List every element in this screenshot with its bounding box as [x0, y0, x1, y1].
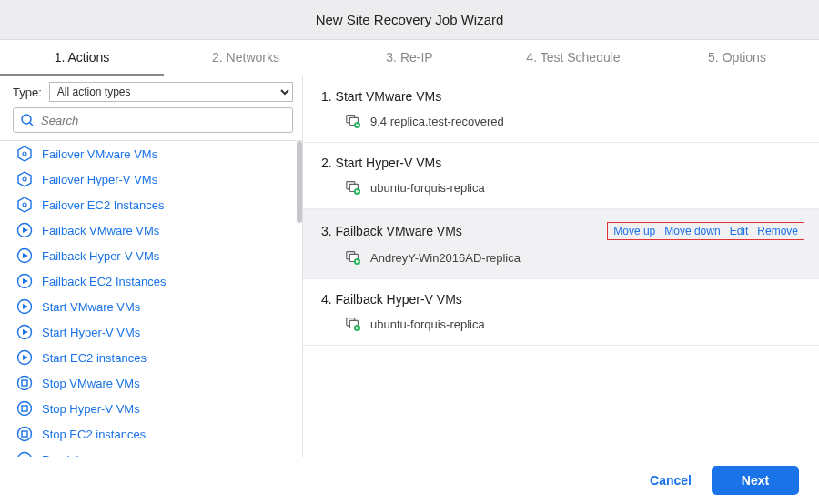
type-label: Type: — [13, 86, 42, 99]
type-select[interactable]: All action types — [49, 82, 293, 102]
tab-label: 4. Test Schedule — [526, 50, 620, 65]
action-item[interactable]: Run jobs — [0, 447, 302, 457]
action-item[interactable]: Start VMware VMs — [0, 294, 302, 319]
step-action-link[interactable]: Remove — [757, 225, 798, 237]
svg-marker-6 — [18, 197, 31, 212]
step-row[interactable]: 4. Failback Hyper-V VMsubuntu-forquis-re… — [303, 279, 819, 346]
svg-point-7 — [23, 203, 26, 207]
action-label: Stop EC2 instances — [42, 428, 146, 441]
action-label: Failover EC2 Instances — [42, 198, 164, 212]
action-label: Start Hyper-V VMs — [42, 326, 140, 339]
action-item[interactable]: Stop VMware VMs — [0, 370, 302, 396]
action-list: Failover VMware VMsFailover Hyper-V VMsF… — [0, 140, 302, 457]
action-item[interactable]: Failover EC2 Instances — [0, 192, 302, 217]
play-circle-icon — [16, 349, 33, 366]
step-head: 1. Start VMware VMs — [321, 89, 804, 104]
tab-test-schedule[interactable]: 4. Test Schedule — [491, 40, 655, 76]
step-title: 2. Start Hyper-V VMs — [321, 156, 441, 170]
vm-icon — [345, 113, 361, 129]
action-item[interactable]: Failback EC2 Instances — [0, 268, 302, 294]
action-item[interactable]: Stop Hyper-V VMs — [0, 396, 302, 421]
step-row[interactable]: 2. Start Hyper-V VMsubuntu-forquis-repli… — [303, 143, 819, 209]
svg-point-20 — [18, 377, 32, 390]
stop-circle-icon — [16, 375, 33, 391]
tab-networks[interactable]: 2. Networks — [164, 40, 328, 76]
step-action-link[interactable]: Move down — [664, 225, 720, 237]
step-body: 9.4 replica.test-recovered — [321, 104, 804, 129]
search-wrap — [0, 102, 302, 140]
stop-circle-icon — [16, 400, 33, 417]
tab-options[interactable]: 5. Options — [655, 40, 819, 76]
vm-icon — [345, 249, 361, 266]
svg-marker-4 — [18, 172, 31, 186]
step-item-label: 9.4 replica.test-recovered — [370, 115, 504, 128]
tab-actions[interactable]: 1. Actions — [0, 40, 164, 76]
tab-label: 1. Actions — [55, 50, 110, 65]
step-item-label: ubuntu-forquis-replica — [370, 181, 485, 195]
step-action-link[interactable]: Edit — [730, 225, 749, 237]
action-label: Failover Hyper-V VMs — [42, 173, 157, 186]
wizard-tabs: 1. Actions 2. Networks 3. Re-IP 4. Test … — [0, 40, 819, 76]
hex-icon — [16, 146, 33, 162]
cancel-button[interactable]: Cancel — [650, 473, 692, 488]
scrollbar-thumb[interactable] — [297, 141, 302, 223]
step-head: 3. Failback VMware VMsMove upMove downEd… — [321, 222, 804, 240]
action-item[interactable]: Start EC2 instances — [0, 345, 302, 370]
play-circle-icon — [16, 247, 33, 264]
action-label: Start VMware VMs — [42, 300, 140, 314]
search-icon — [19, 112, 35, 128]
svg-point-5 — [23, 177, 26, 181]
step-title: 1. Start VMware VMs — [321, 89, 441, 104]
action-item[interactable]: Stop EC2 instances — [0, 421, 302, 447]
next-button[interactable]: Next — [712, 466, 799, 495]
svg-point-24 — [18, 428, 32, 441]
action-item[interactable]: Failback VMware VMs — [0, 217, 302, 243]
action-label: Stop VMware VMs — [42, 377, 140, 390]
vm-icon — [345, 316, 361, 332]
play-circle-icon — [16, 298, 33, 315]
svg-rect-25 — [22, 431, 27, 437]
step-row[interactable]: 3. Failback VMware VMsMove upMove downEd… — [303, 209, 819, 279]
action-item[interactable]: Failover Hyper-V VMs — [0, 166, 302, 192]
tab-label: 2. Networks — [212, 50, 279, 65]
action-label: Stop Hyper-V VMs — [42, 402, 140, 416]
search-box[interactable] — [13, 107, 293, 133]
step-row[interactable]: 1. Start VMware VMs9.4 replica.test-reco… — [303, 76, 819, 143]
wizard-title: New Site Recovery Job Wizard — [316, 12, 504, 27]
action-item[interactable]: Failover VMware VMs — [0, 141, 302, 166]
action-label: Failback VMware VMs — [42, 224, 159, 237]
svg-marker-17 — [23, 329, 28, 335]
play-circle-icon — [16, 324, 33, 340]
step-title: 4. Failback Hyper-V VMs — [321, 292, 462, 307]
search-input[interactable] — [41, 114, 287, 127]
step-head: 4. Failback Hyper-V VMs — [321, 292, 804, 307]
step-actions-box: Move upMove downEditRemove — [607, 222, 804, 240]
action-label: Failback Hyper-V VMs — [42, 249, 159, 263]
action-label: Failback EC2 Instances — [42, 275, 167, 288]
svg-rect-23 — [22, 406, 27, 411]
step-item-label: AndreyY-Win2016AD-replica — [370, 251, 521, 265]
stop-circle-icon — [16, 426, 33, 442]
step-head: 2. Start Hyper-V VMs — [321, 156, 804, 170]
play-circle-icon — [16, 222, 33, 238]
tab-label: 5. Options — [708, 50, 766, 65]
tab-label: 3. Re-IP — [386, 50, 432, 65]
action-item[interactable]: Start Hyper-V VMs — [0, 319, 302, 345]
hex-icon — [16, 171, 33, 187]
play-circle-icon — [16, 273, 33, 289]
step-body: ubuntu-forquis-replica — [321, 307, 804, 332]
svg-marker-15 — [23, 304, 28, 309]
svg-point-0 — [22, 115, 31, 124]
tab-reip[interactable]: 3. Re-IP — [328, 40, 491, 76]
hex-icon — [16, 197, 33, 213]
step-title: 3. Failback VMware VMs — [321, 224, 462, 238]
svg-marker-11 — [23, 253, 28, 258]
svg-line-1 — [30, 123, 33, 126]
svg-point-22 — [18, 402, 32, 416]
main-area: Type: All action types Failover VMware V… — [0, 76, 819, 457]
footer: Cancel Next — [0, 457, 819, 504]
svg-marker-13 — [23, 278, 28, 284]
svg-marker-19 — [23, 355, 28, 360]
action-item[interactable]: Failback Hyper-V VMs — [0, 243, 302, 268]
step-action-link[interactable]: Move up — [613, 225, 655, 237]
